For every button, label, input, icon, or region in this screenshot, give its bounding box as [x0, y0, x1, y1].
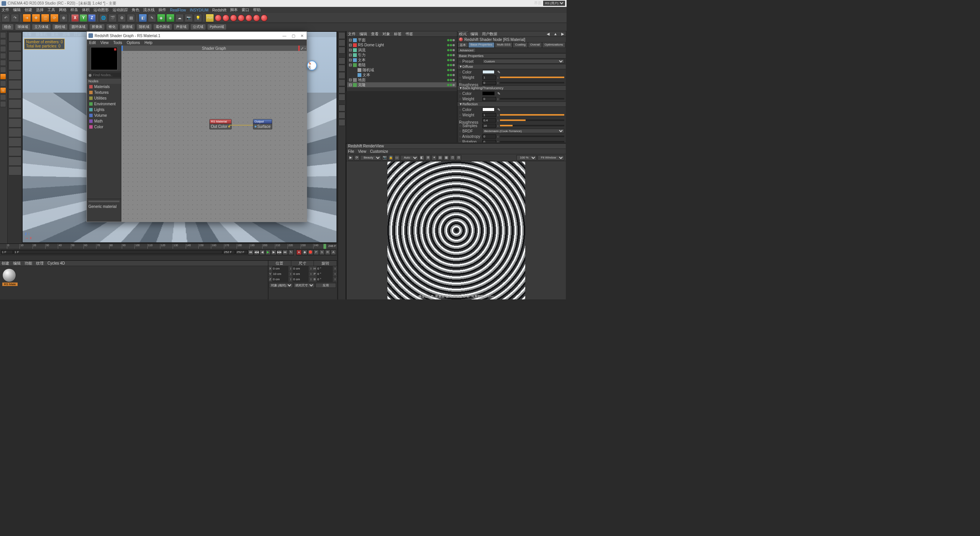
tl-loop-icon[interactable]: ↻: [288, 250, 294, 255]
light-icon[interactable]: 💡: [194, 14, 202, 22]
mat-menu-edit[interactable]: 编辑: [13, 261, 21, 266]
shader-close-icon[interactable]: ✕: [301, 34, 304, 38]
deformer-icon[interactable]: ◈: [166, 14, 175, 22]
tag-icon[interactable]: [452, 59, 455, 61]
tl-first-icon[interactable]: ⏮: [248, 250, 253, 255]
visibility-render-icon[interactable]: [450, 64, 452, 66]
rc-3[interactable]: [338, 47, 345, 54]
rs-light-1-icon[interactable]: [215, 15, 222, 21]
floating-badge[interactable]: 🦌 关: [307, 60, 317, 70]
rv-menu-file[interactable]: File: [348, 149, 354, 154]
scene-item[interactable]: ⊟文本: [347, 57, 456, 62]
rv-icon-7[interactable]: ⊟: [456, 155, 461, 160]
menu-pipeline[interactable]: 流水线: [143, 7, 155, 13]
coord-size-input[interactable]: 0 cm: [292, 271, 309, 276]
mat-menu-create[interactable]: 创建: [2, 261, 9, 266]
menu-plugins[interactable]: 插件: [158, 7, 166, 13]
rs-light-4-icon[interactable]: [238, 15, 245, 21]
color-picker-icon[interactable]: ✎: [497, 108, 500, 112]
field-linear[interactable]: 波浪域: [119, 24, 135, 30]
scene-item[interactable]: ⊟克隆: [347, 82, 456, 87]
shader-expand-icon[interactable]: ⤢ ▫: [301, 46, 306, 51]
attr-value-input[interactable]: [482, 97, 496, 101]
field-torus[interactable]: 圆环体域: [69, 24, 88, 30]
visibility-editor-icon[interactable]: [447, 69, 449, 71]
port-out-icon[interactable]: [228, 126, 230, 127]
attr-tab[interactable]: Coating: [513, 42, 528, 48]
attr-value-input[interactable]: [482, 124, 496, 128]
attr-slider[interactable]: [500, 141, 565, 142]
visibility-editor-icon[interactable]: [447, 84, 449, 86]
field-capsule[interactable]: 胶囊体: [89, 24, 105, 30]
shader-menu-tools[interactable]: Tools: [113, 41, 122, 45]
texture-mode-icon[interactable]: [0, 46, 6, 52]
shader-menu-view[interactable]: View: [100, 41, 109, 45]
scene-item[interactable]: ⊟RS Dome Light: [347, 42, 456, 47]
node-category-lights[interactable]: Lights: [87, 107, 121, 113]
layout-select[interactable]: RS (用户): [543, 1, 565, 6]
palette-8[interactable]: [8, 99, 21, 108]
scene-item[interactable]: ⊟着陆: [347, 62, 456, 67]
attr-value-input[interactable]: [482, 134, 496, 139]
stepper-icon[interactable]: ↕: [497, 119, 499, 122]
attr-tab[interactable]: Base Properties: [468, 42, 495, 48]
menu-tools[interactable]: 工具: [47, 7, 55, 13]
visibility-render-icon[interactable]: [450, 49, 452, 51]
material-preview[interactable]: [91, 47, 118, 70]
menu-redshift[interactable]: Redshift: [212, 8, 227, 12]
tl-rot-key-icon[interactable]: R: [325, 250, 330, 255]
tl-current[interactable]: [13, 250, 222, 254]
preset-select[interactable]: Custom: [482, 59, 564, 64]
menu-character[interactable]: 角色: [132, 7, 139, 13]
menu-mesh[interactable]: 网格: [59, 7, 67, 13]
attr-section-header[interactable]: ▼Back-lighting/Translucency: [457, 85, 566, 91]
rc-12[interactable]: [338, 119, 345, 126]
scene-item[interactable]: ⊟平面: [347, 38, 456, 42]
om-menu-view[interactable]: 查看: [371, 31, 379, 37]
palette-11[interactable]: [8, 128, 21, 137]
rv-bucket-select[interactable]: Auto: [400, 155, 418, 160]
poly-mode-icon[interactable]: [0, 67, 6, 73]
visibility-render-icon[interactable]: [450, 44, 452, 46]
scene-item[interactable]: ⊟地面: [347, 77, 456, 82]
field-random[interactable]: 随机域: [136, 24, 152, 30]
axis-mode-icon[interactable]: [0, 74, 6, 80]
visibility-render-icon[interactable]: [450, 84, 452, 86]
redo-icon[interactable]: ↷: [11, 14, 19, 22]
tl-autokey-icon[interactable]: 🔴: [308, 250, 313, 255]
attr-menu-edit[interactable]: 编辑: [470, 31, 478, 37]
expand-icon[interactable]: ⊟: [349, 48, 352, 52]
expand-icon[interactable]: ⊟: [349, 53, 352, 57]
attr-nav-back-icon[interactable]: ◀: [547, 32, 550, 36]
rv-ipr-icon[interactable]: ⟳: [354, 155, 359, 160]
render-view-icon[interactable]: 🎬: [108, 14, 117, 22]
node-category-environment[interactable]: Environment: [87, 101, 121, 107]
tag-icon[interactable]: [452, 44, 455, 46]
color-swatch[interactable]: [482, 92, 495, 95]
spline-pen-icon[interactable]: ✎: [148, 14, 156, 22]
node-category-textures[interactable]: Textures: [87, 90, 121, 95]
rv-render-icon[interactable]: ▶: [348, 155, 353, 160]
attr-menu-userdata[interactable]: 用户数据: [482, 31, 497, 37]
visibility-render-icon[interactable]: [450, 69, 452, 71]
point-mode-icon[interactable]: [0, 53, 6, 59]
node-connection[interactable]: [229, 125, 254, 126]
attr-slider[interactable]: [500, 125, 565, 126]
tl-prev-frame-icon[interactable]: ◀: [260, 250, 265, 255]
tl-next-frame-icon[interactable]: ▶: [271, 250, 276, 255]
tl-key-icon[interactable]: ◆: [302, 250, 307, 255]
rc-11[interactable]: [338, 112, 345, 119]
workplane-icon[interactable]: [0, 94, 6, 100]
visibility-render-icon[interactable]: [450, 79, 452, 81]
rv-menu-customize[interactable]: Customize: [370, 149, 388, 154]
scale-tool-icon[interactable]: ◫: [41, 14, 49, 22]
coord-rot-input[interactable]: 0 °: [317, 271, 333, 276]
visibility-render-icon[interactable]: [450, 74, 452, 76]
tl-scale-key-icon[interactable]: S: [319, 250, 325, 255]
rc-10[interactable]: [338, 105, 345, 111]
node-category-volume[interactable]: Volume: [87, 113, 121, 118]
shader-menu-options[interactable]: Options: [127, 41, 140, 45]
edge-mode-icon[interactable]: [0, 60, 6, 66]
menu-spline[interactable]: 样条: [70, 7, 78, 13]
attr-section-header[interactable]: ▼Diffuse: [457, 64, 566, 69]
